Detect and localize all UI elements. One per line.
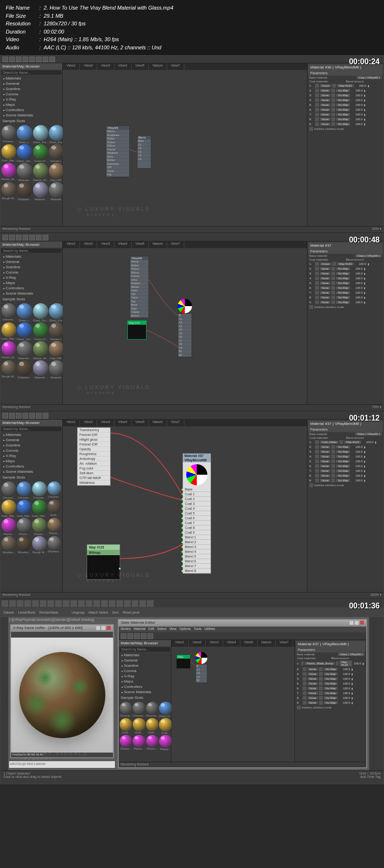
tree-item[interactable]: Materials (119, 652, 171, 658)
coat-material-button[interactable]: None (307, 697, 318, 699)
coat-checkbox[interactable] (315, 89, 319, 92)
material-slot[interactable]: Wooden... (1, 536, 16, 554)
blend-map-button[interactable]: Map #123 (339, 661, 352, 666)
view-tab[interactable]: View4 (114, 63, 132, 70)
search-input[interactable]: Search by Name... (1, 427, 61, 431)
coat-checkbox[interactable] (303, 667, 306, 671)
material-slot[interactable]: Gold_Mat... (1, 144, 16, 163)
blend-map-button[interactable]: No Map (336, 474, 350, 477)
view-tab[interactable]: View2 (189, 640, 206, 647)
blend-input-socket[interactable]: Blend 1 (183, 535, 211, 540)
toolbar-icon[interactable] (36, 57, 42, 62)
blend-input-socket[interactable]: Blend 4 (183, 549, 211, 554)
blend-map-button[interactable]: No Map (336, 108, 350, 111)
blend-input-socket[interactable]: Coat 4 (183, 506, 211, 511)
coat-material-button[interactable]: None (307, 701, 318, 704)
tree-item[interactable]: General (119, 658, 171, 663)
material-slot[interactable]: Gold... (159, 718, 172, 734)
blend-map-button[interactable]: No Map (336, 282, 350, 285)
coat-checkbox[interactable] (315, 98, 319, 102)
coat-material-button[interactable]: None (320, 291, 330, 294)
toolbar-icon[interactable] (147, 600, 154, 607)
tree-item[interactable]: Scanline (0, 443, 62, 448)
tree-item[interactable]: V-Ray (0, 275, 62, 280)
material-slot[interactable]: Material... (17, 341, 33, 360)
blend-map-button[interactable]: No Map (324, 682, 338, 685)
blend-map-button[interactable]: Map #123 (344, 441, 361, 444)
node-output-socket[interactable]: Fresnel IOR (78, 442, 110, 447)
node-canvas[interactable]: View1View2View3View4View5NatureView7 VRa… (63, 241, 307, 404)
menu-item[interactable]: Select (157, 627, 166, 632)
tree-item[interactable]: Scene Materials (0, 291, 62, 296)
blend-input-socket[interactable]: Coat 3 (183, 502, 211, 506)
coat-material-button[interactable]: None (320, 103, 330, 106)
material-slot[interactable]: Grass (V... (33, 322, 49, 341)
material-slot[interactable]: Material... (17, 163, 33, 182)
view-tab[interactable]: View4 (223, 640, 240, 647)
toolbar-icon[interactable] (47, 600, 54, 607)
blend-input-socket[interactable]: Coat 8 (183, 525, 211, 530)
coat-checkbox[interactable] (315, 84, 319, 88)
coat-material-button[interactable]: None (320, 94, 330, 97)
coat-material-button[interactable]: None (320, 286, 330, 289)
material-slot[interactable]: Plastic... (17, 518, 32, 536)
toolbar-icon[interactable] (139, 600, 146, 607)
view-tab[interactable]: Nature (149, 241, 167, 248)
coat-checkbox[interactable] (315, 440, 319, 444)
toolbar-icon[interactable] (29, 413, 35, 419)
toolbar-icon[interactable] (23, 413, 28, 419)
toolbar-icon[interactable] (9, 235, 15, 240)
material-slot[interactable]: Material... (33, 182, 49, 201)
blend-input-socket[interactable]: Coat 6 (183, 516, 211, 521)
toolbar-icon[interactable] (2, 57, 8, 62)
coat-material-button[interactable]: None (320, 108, 330, 111)
toolbar-icon[interactable] (16, 57, 22, 62)
view-tab[interactable]: View3 (97, 63, 114, 70)
toolbar-icon[interactable] (23, 57, 28, 62)
toolbar-icon[interactable] (2, 235, 8, 240)
node-output-socket[interactable]: Anisotropy (78, 457, 110, 461)
tree-item[interactable]: Maps (0, 458, 62, 464)
coat-checkbox[interactable] (315, 300, 319, 304)
toolbar-icon[interactable] (36, 413, 42, 419)
material-slot[interactable]: Plastic... (133, 735, 145, 751)
base-material-button[interactable]: Glass ( VRayMtl ) (355, 254, 382, 257)
tree-item[interactable]: Materials (0, 76, 62, 81)
toolbar-icon[interactable] (55, 600, 62, 607)
toolbar-icon[interactable] (2, 413, 8, 419)
toolbar-icon[interactable] (32, 600, 39, 607)
minimize-icon[interactable] (349, 620, 354, 625)
additive-checkbox[interactable] (297, 706, 301, 709)
tree-item[interactable]: Controllers (0, 107, 62, 113)
view-tab[interactable]: Nature (149, 420, 167, 426)
blend-input-socket[interactable]: Coat 1 (183, 492, 211, 497)
toolbar-icon[interactable] (24, 600, 31, 607)
view-tab[interactable]: View1 (171, 640, 189, 647)
tree-item[interactable]: General (0, 437, 62, 443)
coat-checkbox[interactable] (315, 296, 319, 299)
tree-item[interactable]: Maps (0, 280, 62, 286)
view-tab[interactable]: View7 (167, 241, 184, 248)
blend-map-button[interactable]: No Map (336, 291, 350, 294)
material-slot[interactable]: Plastic... (1, 518, 16, 536)
tree-item[interactable]: Corona (119, 668, 171, 674)
tree-item[interactable]: Corona (0, 448, 62, 453)
toolbar-icon[interactable] (16, 413, 22, 419)
toolbar-icon[interactable] (29, 57, 35, 62)
toolbar-icon[interactable] (101, 600, 108, 607)
material-slot[interactable]: DNplace... (47, 536, 61, 554)
toolbar-icon[interactable] (78, 600, 85, 607)
material-slot[interactable]: Gold_Mat... (1, 322, 16, 341)
toolbar-icon[interactable] (116, 600, 123, 607)
material-slot[interactable]: Chrome... (120, 702, 132, 718)
material-slot[interactable]: Grass (V... (33, 144, 49, 163)
vray-blend-node[interactable]: Material #37 VRayBlendMtl BaseCoat 1Coat… (182, 453, 211, 574)
coat-checkbox[interactable] (303, 682, 306, 685)
material-properties-node[interactable]: TranslucencyFresnel IORHilight glossFres… (77, 427, 111, 486)
slate-material-editor[interactable]: Slate Material Editor ModesMaterialEditS… (118, 619, 367, 768)
node-canvas[interactable]: View1View2View3View4View5NatureView7 VRa… (63, 63, 307, 226)
coat-material-button[interactable]: None (320, 118, 330, 121)
material-slot[interactable]: Gold... (146, 718, 158, 734)
toolbar-icon[interactable] (16, 235, 22, 240)
material-slot[interactable]: Glass_t... (17, 303, 33, 322)
